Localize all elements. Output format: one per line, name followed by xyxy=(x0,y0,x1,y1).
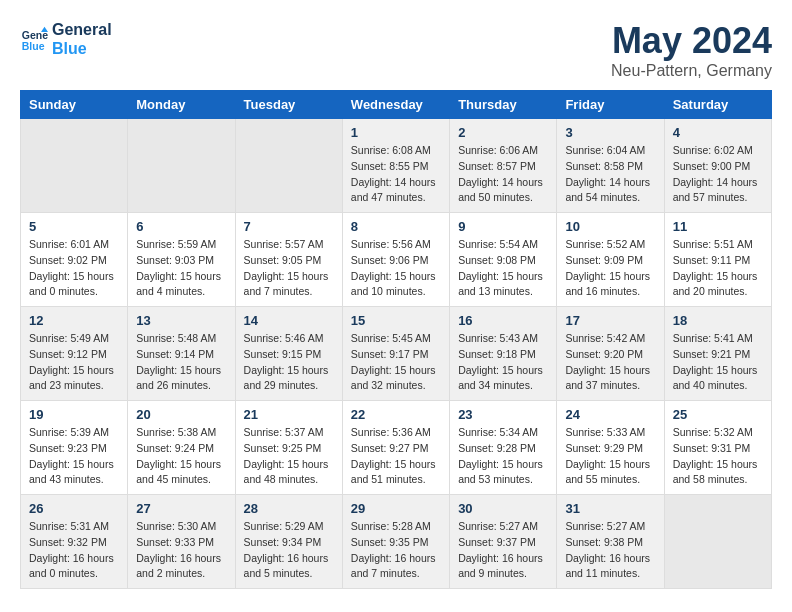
day-info: Sunrise: 5:41 AMSunset: 9:21 PMDaylight:… xyxy=(673,331,763,394)
day-info: Sunrise: 5:33 AMSunset: 9:29 PMDaylight:… xyxy=(565,425,655,488)
day-number: 6 xyxy=(136,219,226,234)
logo-blue: Blue xyxy=(52,39,112,58)
weekday-header-tuesday: Tuesday xyxy=(235,91,342,119)
day-info: Sunrise: 5:27 AMSunset: 9:38 PMDaylight:… xyxy=(565,519,655,582)
day-number: 12 xyxy=(29,313,119,328)
day-info: Sunrise: 5:45 AMSunset: 9:17 PMDaylight:… xyxy=(351,331,441,394)
day-info: Sunrise: 5:54 AMSunset: 9:08 PMDaylight:… xyxy=(458,237,548,300)
logo: General Blue General Blue xyxy=(20,20,112,58)
day-number: 31 xyxy=(565,501,655,516)
svg-text:Blue: Blue xyxy=(22,40,45,52)
day-info: Sunrise: 5:29 AMSunset: 9:34 PMDaylight:… xyxy=(244,519,334,582)
day-info: Sunrise: 5:32 AMSunset: 9:31 PMDaylight:… xyxy=(673,425,763,488)
day-number: 4 xyxy=(673,125,763,140)
day-number: 21 xyxy=(244,407,334,422)
calendar-cell: 17Sunrise: 5:42 AMSunset: 9:20 PMDayligh… xyxy=(557,307,664,401)
day-number: 10 xyxy=(565,219,655,234)
day-info: Sunrise: 6:02 AMSunset: 9:00 PMDaylight:… xyxy=(673,143,763,206)
month-year-title: May 2024 xyxy=(611,20,772,62)
calendar-cell: 25Sunrise: 5:32 AMSunset: 9:31 PMDayligh… xyxy=(664,401,771,495)
calendar-cell: 11Sunrise: 5:51 AMSunset: 9:11 PMDayligh… xyxy=(664,213,771,307)
calendar-cell: 30Sunrise: 5:27 AMSunset: 9:37 PMDayligh… xyxy=(450,495,557,589)
calendar-week-row: 12Sunrise: 5:49 AMSunset: 9:12 PMDayligh… xyxy=(21,307,772,401)
calendar-cell: 2Sunrise: 6:06 AMSunset: 8:57 PMDaylight… xyxy=(450,119,557,213)
calendar-week-row: 19Sunrise: 5:39 AMSunset: 9:23 PMDayligh… xyxy=(21,401,772,495)
day-info: Sunrise: 5:37 AMSunset: 9:25 PMDaylight:… xyxy=(244,425,334,488)
calendar-cell: 10Sunrise: 5:52 AMSunset: 9:09 PMDayligh… xyxy=(557,213,664,307)
day-info: Sunrise: 5:28 AMSunset: 9:35 PMDaylight:… xyxy=(351,519,441,582)
day-number: 25 xyxy=(673,407,763,422)
calendar-cell: 26Sunrise: 5:31 AMSunset: 9:32 PMDayligh… xyxy=(21,495,128,589)
day-info: Sunrise: 5:49 AMSunset: 9:12 PMDaylight:… xyxy=(29,331,119,394)
weekday-header-friday: Friday xyxy=(557,91,664,119)
weekday-header-saturday: Saturday xyxy=(664,91,771,119)
logo-general: General xyxy=(52,20,112,39)
logo-icon: General Blue xyxy=(20,25,48,53)
day-info: Sunrise: 6:08 AMSunset: 8:55 PMDaylight:… xyxy=(351,143,441,206)
location-subtitle: Neu-Pattern, Germany xyxy=(611,62,772,80)
day-number: 9 xyxy=(458,219,548,234)
day-number: 7 xyxy=(244,219,334,234)
calendar-cell xyxy=(128,119,235,213)
day-number: 14 xyxy=(244,313,334,328)
calendar-cell: 16Sunrise: 5:43 AMSunset: 9:18 PMDayligh… xyxy=(450,307,557,401)
calendar-cell: 23Sunrise: 5:34 AMSunset: 9:28 PMDayligh… xyxy=(450,401,557,495)
page-header: General Blue General Blue May 2024 Neu-P… xyxy=(20,20,772,80)
day-number: 23 xyxy=(458,407,548,422)
calendar-cell: 27Sunrise: 5:30 AMSunset: 9:33 PMDayligh… xyxy=(128,495,235,589)
day-number: 8 xyxy=(351,219,441,234)
calendar-table: SundayMondayTuesdayWednesdayThursdayFrid… xyxy=(20,90,772,589)
day-info: Sunrise: 6:01 AMSunset: 9:02 PMDaylight:… xyxy=(29,237,119,300)
calendar-cell: 24Sunrise: 5:33 AMSunset: 9:29 PMDayligh… xyxy=(557,401,664,495)
day-number: 3 xyxy=(565,125,655,140)
day-info: Sunrise: 5:42 AMSunset: 9:20 PMDaylight:… xyxy=(565,331,655,394)
calendar-cell: 18Sunrise: 5:41 AMSunset: 9:21 PMDayligh… xyxy=(664,307,771,401)
calendar-cell: 29Sunrise: 5:28 AMSunset: 9:35 PMDayligh… xyxy=(342,495,449,589)
day-number: 30 xyxy=(458,501,548,516)
calendar-cell: 21Sunrise: 5:37 AMSunset: 9:25 PMDayligh… xyxy=(235,401,342,495)
calendar-cell: 31Sunrise: 5:27 AMSunset: 9:38 PMDayligh… xyxy=(557,495,664,589)
day-info: Sunrise: 5:34 AMSunset: 9:28 PMDaylight:… xyxy=(458,425,548,488)
day-info: Sunrise: 5:39 AMSunset: 9:23 PMDaylight:… xyxy=(29,425,119,488)
day-info: Sunrise: 5:46 AMSunset: 9:15 PMDaylight:… xyxy=(244,331,334,394)
calendar-week-row: 5Sunrise: 6:01 AMSunset: 9:02 PMDaylight… xyxy=(21,213,772,307)
day-number: 13 xyxy=(136,313,226,328)
day-number: 29 xyxy=(351,501,441,516)
day-info: Sunrise: 5:27 AMSunset: 9:37 PMDaylight:… xyxy=(458,519,548,582)
calendar-cell: 19Sunrise: 5:39 AMSunset: 9:23 PMDayligh… xyxy=(21,401,128,495)
calendar-cell: 13Sunrise: 5:48 AMSunset: 9:14 PMDayligh… xyxy=(128,307,235,401)
calendar-cell xyxy=(21,119,128,213)
day-info: Sunrise: 5:38 AMSunset: 9:24 PMDaylight:… xyxy=(136,425,226,488)
day-number: 15 xyxy=(351,313,441,328)
calendar-cell xyxy=(235,119,342,213)
calendar-cell: 20Sunrise: 5:38 AMSunset: 9:24 PMDayligh… xyxy=(128,401,235,495)
calendar-week-row: 26Sunrise: 5:31 AMSunset: 9:32 PMDayligh… xyxy=(21,495,772,589)
day-number: 5 xyxy=(29,219,119,234)
day-info: Sunrise: 5:51 AMSunset: 9:11 PMDaylight:… xyxy=(673,237,763,300)
day-number: 28 xyxy=(244,501,334,516)
calendar-cell: 4Sunrise: 6:02 AMSunset: 9:00 PMDaylight… xyxy=(664,119,771,213)
weekday-header-sunday: Sunday xyxy=(21,91,128,119)
day-info: Sunrise: 5:43 AMSunset: 9:18 PMDaylight:… xyxy=(458,331,548,394)
day-number: 27 xyxy=(136,501,226,516)
day-number: 2 xyxy=(458,125,548,140)
day-info: Sunrise: 5:30 AMSunset: 9:33 PMDaylight:… xyxy=(136,519,226,582)
calendar-cell: 14Sunrise: 5:46 AMSunset: 9:15 PMDayligh… xyxy=(235,307,342,401)
calendar-cell: 8Sunrise: 5:56 AMSunset: 9:06 PMDaylight… xyxy=(342,213,449,307)
calendar-cell: 5Sunrise: 6:01 AMSunset: 9:02 PMDaylight… xyxy=(21,213,128,307)
calendar-cell: 15Sunrise: 5:45 AMSunset: 9:17 PMDayligh… xyxy=(342,307,449,401)
title-block: May 2024 Neu-Pattern, Germany xyxy=(611,20,772,80)
day-number: 16 xyxy=(458,313,548,328)
day-info: Sunrise: 5:36 AMSunset: 9:27 PMDaylight:… xyxy=(351,425,441,488)
calendar-cell xyxy=(664,495,771,589)
weekday-header-wednesday: Wednesday xyxy=(342,91,449,119)
calendar-cell: 1Sunrise: 6:08 AMSunset: 8:55 PMDaylight… xyxy=(342,119,449,213)
calendar-cell: 9Sunrise: 5:54 AMSunset: 9:08 PMDaylight… xyxy=(450,213,557,307)
calendar-week-row: 1Sunrise: 6:08 AMSunset: 8:55 PMDaylight… xyxy=(21,119,772,213)
day-number: 20 xyxy=(136,407,226,422)
calendar-cell: 12Sunrise: 5:49 AMSunset: 9:12 PMDayligh… xyxy=(21,307,128,401)
calendar-cell: 22Sunrise: 5:36 AMSunset: 9:27 PMDayligh… xyxy=(342,401,449,495)
calendar-cell: 6Sunrise: 5:59 AMSunset: 9:03 PMDaylight… xyxy=(128,213,235,307)
calendar-cell: 3Sunrise: 6:04 AMSunset: 8:58 PMDaylight… xyxy=(557,119,664,213)
day-number: 26 xyxy=(29,501,119,516)
